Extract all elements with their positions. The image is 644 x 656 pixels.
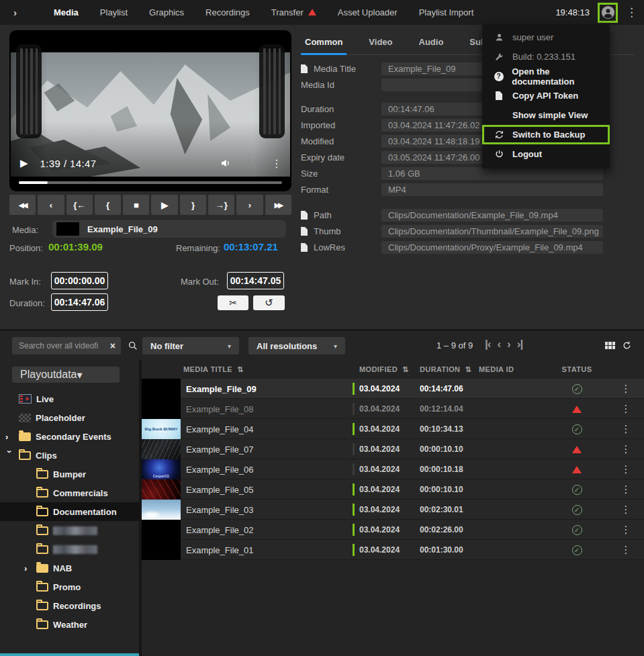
tree-item-secondary-events[interactable]: › Secondary Events: [0, 427, 139, 446]
menu-item-show-simple-view[interactable]: Show simple View: [482, 105, 610, 125]
trim-scissors-button[interactable]: ✂: [218, 295, 248, 310]
sort-icon[interactable]: ⇅: [402, 365, 409, 374]
tree-item-clips[interactable]: › Clips: [0, 446, 139, 465]
path-value[interactable]: Clips/Documentation/Example_File_09.mp4: [381, 209, 603, 222]
step-forward-button[interactable]: ›: [236, 195, 263, 215]
tree-item-redacted-2[interactable]: [0, 540, 139, 559]
tree-item-documentation[interactable]: Documentation: [0, 502, 139, 521]
thumb-value[interactable]: Clips/Documentation/Thumbnail/Example_Fi…: [381, 225, 603, 238]
status-error-icon: [572, 446, 582, 453]
tab-audio[interactable]: Audio: [415, 37, 448, 55]
table-row[interactable]: Example_File_02 03.04.2024 00:02:26.00 ✓…: [142, 520, 644, 540]
tree-item-promo[interactable]: Promo: [0, 577, 139, 596]
tree-item-commercials[interactable]: Commercials: [0, 483, 139, 502]
collapse-chevron-icon[interactable]: ›: [13, 7, 26, 18]
row-menu-icon[interactable]: ⋮: [608, 524, 644, 536]
format-value[interactable]: MP4: [381, 183, 603, 196]
overflow-menu-icon[interactable]: ⋮: [626, 5, 637, 19]
reset-marks-button[interactable]: ↺: [253, 295, 285, 310]
table-row[interactable]: Example_File_07 03.04.2024 00:00:10.10 ⋮: [142, 439, 644, 459]
filter-dropdown[interactable]: No filter ▾: [142, 337, 239, 355]
nav-recordings[interactable]: Recordings: [195, 0, 261, 25]
clear-search-icon[interactable]: ×: [110, 340, 116, 351]
tree-item-placeholder[interactable]: Placeholder: [0, 408, 139, 427]
horizontal-scrollbar[interactable]: [0, 653, 139, 656]
tree-item-weather[interactable]: Weather: [0, 615, 139, 634]
table-row[interactable]: Example_File_08 03.04.2024 00:12:14.04 ⋮: [142, 399, 644, 419]
chevron-down-icon[interactable]: ›: [5, 450, 15, 463]
menu-item-logout[interactable]: Logout: [482, 144, 610, 164]
duration-input[interactable]: 00:14:47.06: [51, 293, 108, 311]
mark-out-input[interactable]: 00:14:47.05: [227, 272, 284, 289]
column-media-title[interactable]: MEDIA TITLE: [183, 365, 232, 373]
nav-graphics[interactable]: Graphics: [138, 0, 195, 25]
chevron-right-icon[interactable]: ›: [24, 563, 36, 573]
goto-mark-in-button[interactable]: {←: [66, 195, 93, 215]
row-menu-icon[interactable]: ⋮: [608, 383, 644, 395]
sort-icon[interactable]: ⇅: [237, 365, 244, 374]
tab-common[interactable]: Common: [301, 37, 347, 55]
tree-item-bumper[interactable]: Bumper: [0, 465, 139, 483]
table-row[interactable]: Example_File_09 03.04.2024 00:14:47.06 ✓…: [142, 379, 644, 399]
next-page-icon[interactable]: ›: [507, 338, 510, 351]
table-row[interactable]: Example_File_01 03.04.2024 00:01:30.00 ✓…: [142, 540, 644, 560]
video-player[interactable]: ▶ 1:39 / 14:47 ⋮: [9, 30, 291, 191]
tree-item-redacted-1[interactable]: [0, 521, 139, 540]
row-menu-icon[interactable]: ⋮: [608, 483, 644, 496]
row-menu-icon[interactable]: ⋮: [608, 463, 644, 475]
player-progress-bar[interactable]: [19, 181, 282, 184]
refresh-icon[interactable]: [622, 340, 632, 350]
table-row[interactable]: Example_File_05 03.04.2024 00:00:10.10 ✓…: [142, 479, 644, 500]
mark-in-input[interactable]: 00:00:00.00: [51, 272, 108, 289]
resolutions-dropdown[interactable]: All resolutions ▾: [248, 337, 345, 355]
row-menu-icon[interactable]: ⋮: [608, 504, 644, 516]
nav-asset-uploader[interactable]: Asset Uploader: [327, 0, 408, 25]
menu-item-copy-api-token[interactable]: Copy API Token: [482, 86, 610, 105]
goto-mark-out-button[interactable]: →}: [208, 195, 234, 215]
user-menu-button[interactable]: [598, 3, 618, 23]
tree-item-nab[interactable]: › NAB: [0, 559, 139, 577]
tree-item-live[interactable]: Live: [0, 389, 139, 408]
set-mark-out-button[interactable]: }: [180, 195, 206, 215]
table-header: MEDIA TITLE⇅ MODIFIED⇅ DURATION⇅ MEDIA I…: [142, 360, 644, 379]
stop-button[interactable]: ■: [123, 195, 149, 215]
fullscreen-icon[interactable]: [246, 158, 257, 169]
column-modified[interactable]: MODIFIED: [359, 365, 398, 373]
table-row[interactable]: Example_File_03 03.04.2024 00:02:30.01 ✓…: [142, 500, 644, 520]
menu-item-switch-to-backup[interactable]: Switch to Backup: [482, 125, 610, 144]
row-menu-icon[interactable]: ⋮: [608, 443, 644, 455]
row-menu-icon[interactable]: ⋮: [608, 544, 644, 556]
table-row[interactable]: CasparCG Example_File_06 03.04.2024 00:0…: [142, 459, 644, 479]
player-menu-icon[interactable]: ⋮: [271, 157, 282, 170]
fast-forward-button[interactable]: ▶▶: [265, 195, 291, 215]
fast-rewind-button[interactable]: ◀◀: [9, 195, 36, 215]
size-value[interactable]: 1.06 GB: [381, 167, 603, 180]
volume-icon[interactable]: [220, 157, 232, 169]
tree-root-dropdown[interactable]: Playoutdata ▾: [12, 367, 120, 383]
lowres-value[interactable]: Clips/Documentation/Proxy/Example_File_0…: [381, 241, 603, 254]
table-row[interactable]: Big Buck BUNNY Example_File_04 03.04.202…: [142, 419, 644, 439]
nav-media[interactable]: Media: [43, 0, 89, 25]
play-button[interactable]: ▶: [151, 195, 177, 215]
nav-transfer[interactable]: Transfer: [261, 0, 327, 25]
set-mark-in-button[interactable]: {: [95, 195, 121, 215]
grid-view-icon[interactable]: [605, 342, 615, 349]
menu-item-documentation[interactable]: Open the documentation: [482, 66, 610, 86]
loaded-media-field[interactable]: Example_File_09: [52, 220, 286, 238]
nav-playlist[interactable]: Playlist: [89, 0, 138, 25]
row-menu-icon[interactable]: ⋮: [608, 403, 644, 415]
search-icon[interactable]: [128, 340, 138, 351]
first-page-icon[interactable]: |‹: [485, 338, 490, 351]
previous-page-icon[interactable]: ‹: [497, 338, 500, 351]
column-duration[interactable]: DURATION: [420, 365, 460, 373]
sort-icon[interactable]: ⇅: [465, 365, 471, 374]
search-input[interactable]: Search over all videofi ×: [12, 337, 121, 355]
nav-playlist-import[interactable]: Playlist Import: [408, 0, 485, 25]
last-page-icon[interactable]: ›|: [517, 338, 522, 351]
tab-video[interactable]: Video: [365, 37, 396, 55]
tree-item-recordings[interactable]: Recordings: [0, 596, 139, 615]
play-icon[interactable]: ▶: [20, 157, 28, 169]
step-back-button[interactable]: ‹: [38, 195, 64, 215]
chevron-right-icon[interactable]: ›: [5, 432, 19, 442]
row-menu-icon[interactable]: ⋮: [608, 423, 644, 435]
